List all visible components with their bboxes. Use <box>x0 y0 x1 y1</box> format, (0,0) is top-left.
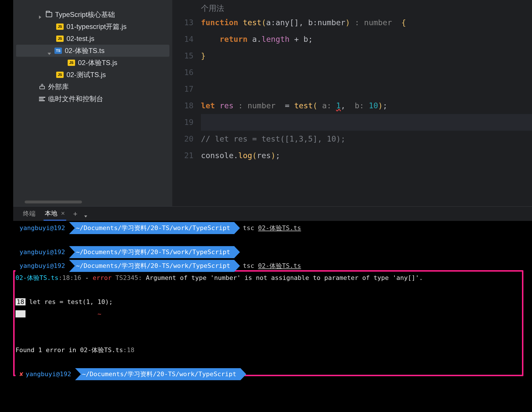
annotation-highlight-box <box>13 270 523 376</box>
prompt-cwd: ~/Documents/学习资料/20-TS/work/TypeScript <box>69 246 234 258</box>
chevron-down-icon[interactable] <box>48 49 52 53</box>
editor-sidebar-split: TypeScript核心基础 JS 01-typescript开篇.js JS … <box>13 0 532 206</box>
line-number: 14 <box>172 31 193 48</box>
terminal-tab-label: 终端 <box>23 209 36 218</box>
line-number: 13 <box>172 14 193 31</box>
ts-file-icon: TS <box>54 48 62 54</box>
terminal-tab-bar: 终端 本地 ✕ + <box>13 207 532 221</box>
close-icon[interactable]: ✕ <box>61 210 65 217</box>
prompt-cwd: ~/Documents/学习资料/20-TS/work/TypeScript <box>75 368 240 380</box>
code-editor[interactable]: 13 14 15 16 17 18 19 20 21 个用法 function … <box>172 0 532 206</box>
error-status-icon: ✘ <box>19 368 23 380</box>
code-line-16 <box>201 64 532 81</box>
folder-icon <box>46 12 52 17</box>
js-file-icon: JS <box>56 72 64 78</box>
ide-window: TypeScript核心基础 JS 01-typescript开篇.js JS … <box>13 0 532 412</box>
prompt-user-host: yangbuyi@192 <box>15 260 69 272</box>
library-icon <box>39 84 45 90</box>
prompt-user-host: ✘yangbuyi@192 <box>15 368 75 380</box>
line-number: 20 <box>172 131 193 147</box>
sidebar-horizontal-scrollbar[interactable] <box>25 201 82 203</box>
code-line-19-caret <box>201 114 532 131</box>
js-file-icon: JS <box>68 60 75 66</box>
tree-scratches-consoles[interactable]: 临时文件和控制台 <box>13 93 172 105</box>
svg-rect-0 <box>40 86 45 89</box>
tree-file-01-typescript[interactable]: JS 01-typescript开篇.js <box>13 21 172 33</box>
tree-label: 02-测试TS.js <box>66 70 106 79</box>
code-line-15: } <box>201 48 532 64</box>
tree-label: 02-体验TS.js <box>78 58 117 67</box>
js-file-icon: JS <box>56 36 64 42</box>
prompt-cwd: ~/Documents/学习资料/20-TS/work/TypeScript <box>69 222 234 234</box>
code-line-13: function test(a:any[], b:number) : numbe… <box>201 14 532 31</box>
tree-label: 临时文件和控制台 <box>48 94 103 103</box>
terminal-prompt-line-2: yangbuyi@192 ~/Documents/学习资料/20-TS/work… <box>15 246 530 258</box>
tree-label: 外部库 <box>48 82 69 91</box>
line-number-gutter: 13 14 15 16 17 18 19 20 21 <box>172 6 201 206</box>
js-file-icon: JS <box>56 23 64 30</box>
code-line-18: let res : number = test( a: 1, b: 10); <box>201 97 532 114</box>
code-line-20: // let res = test([1,3,5], 10); <box>201 131 532 147</box>
line-number: 16 <box>172 64 193 81</box>
terminal-dropdown-icon[interactable] <box>84 212 88 216</box>
prompt-user-host: yangbuyi@192 <box>15 246 69 258</box>
tree-file-02-tiyan-js-child[interactable]: JS 02-体验TS.js <box>13 57 172 69</box>
tree-label: 01-typescript开篇.js <box>66 22 126 31</box>
scratch-icon <box>39 96 45 102</box>
line-number: 15 <box>172 48 193 64</box>
add-terminal-button[interactable]: + <box>73 209 77 218</box>
terminal-tab-label: 本地 <box>45 209 57 218</box>
line-number: 18 <box>172 97 193 114</box>
terminal-tab-local[interactable]: 本地 ✕ <box>44 207 66 221</box>
chevron-right-icon[interactable] <box>39 13 43 17</box>
code-line-17 <box>201 81 532 97</box>
prompt-cwd: ~/Documents/学习资料/20-TS/work/TypeScript <box>69 260 234 272</box>
line-number: 21 <box>172 147 193 164</box>
project-tree-sidebar[interactable]: TypeScript核心基础 JS 01-typescript开篇.js JS … <box>13 0 172 206</box>
tree-label: TypeScript核心基础 <box>55 10 115 19</box>
tree-external-libs[interactable]: 外部库 <box>13 81 172 93</box>
line-number: 17 <box>172 81 193 97</box>
tree-file-02-ceshi-js[interactable]: JS 02-测试TS.js <box>13 69 172 81</box>
code-line-21: console.log(res); <box>201 147 532 164</box>
tree-file-02-test[interactable]: JS 02-test.js <box>13 33 172 45</box>
terminal-tab-main[interactable]: 终端 <box>22 207 37 221</box>
terminal-command: tsc 02-体验TS.ts <box>243 222 301 234</box>
tree-folder-typescript-basics[interactable]: TypeScript核心基础 <box>13 9 172 21</box>
tree-label: 02-体验TS.ts <box>65 46 105 55</box>
line-number: 19 <box>172 114 193 131</box>
terminal-output[interactable]: yangbuyi@192 ~/Documents/学习资料/20-TS/work… <box>13 221 532 412</box>
code-line-14: return a.length + b; <box>201 31 532 48</box>
terminal-panel: 终端 本地 ✕ + yangbuyi@192 ~/Documents/学习资料/… <box>13 206 532 412</box>
code-line-partial: 个用法 <box>201 6 532 14</box>
tree-file-02-tiyan-ts-selected[interactable]: TS 02-体验TS.ts <box>16 45 169 57</box>
tree-label: 02-test.js <box>66 35 94 43</box>
prompt-user-host: yangbuyi@192 <box>15 222 69 234</box>
code-content[interactable]: 个用法 function test(a:any[], b:number) : n… <box>201 6 532 206</box>
terminal-prompt-line-1: yangbuyi@192 ~/Documents/学习资料/20-TS/work… <box>15 222 530 234</box>
